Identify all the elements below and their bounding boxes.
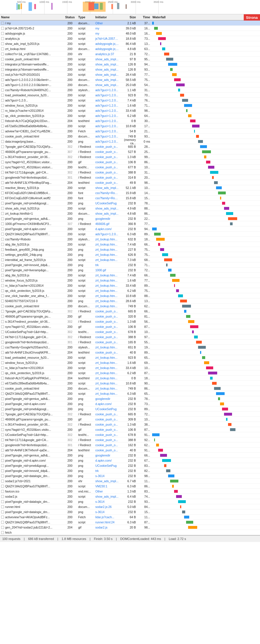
table-row[interactable]: rx_lidar.js?cache=r20110914200scriptzrt_… [0,365,260,370]
table-row[interactable]: l!ebcid=ALh7CaQlGgQHLf2Dxn...204text/htm… [0,118,260,123]
table-row[interactable]: pixel?google_nid=datalogix_dm...200pngs-… [0,509,260,515]
table-row[interactable]: trk?tid=11711&google_gid=CA...302/ Redir… [0,437,260,442]
table-row[interactable]: cookie_push_onload.html200docum...zrt_lo… [0,386,260,391]
table-row[interactable]: qs_click_protection_fy2019.js200scriptzr… [0,288,260,293]
table-row[interactable]: attr?d=AHNF13IxztO/rvoqNKPR...204text/ht… [0,350,260,355]
table-row[interactable]: KFOlCnqEu92Fr1MmEU9fBBc4...200fontcss?fa… [0,190,260,196]
table-row[interactable]: show_ads_impl_fy2019.js200scriptshow_ads… [0,206,260,211]
col-header-name[interactable]: Name [0,15,63,19]
table-row[interactable]: s-3614?redirect_provider_id=36...302/ Re… [0,319,260,324]
table-row[interactable]: pixel?google_nid=pmeb&googl...200pngUCoo… [0,463,260,468]
col-header-status[interactable]: Status [63,15,77,19]
table-row[interactable]: window_focus_fy2019.js200scriptzrt_looku… [0,278,260,283]
table-row[interactable]: UCookieSetPug?oid=1&d=http...302text/ht.… [0,329,260,334]
table-row[interactable]: settings_grey600_24dp.png200pngzrt_looku… [0,252,260,257]
table-row[interactable]: pixel?google_nid=innovid_ddp&...200pngtr… [0,262,260,268]
table-row[interactable]: interstitial_ad_frame_fy2019.js200script… [0,257,260,262]
table-row[interactable]: googleredir?rid=tknhntisqez&id...301/ Re… [0,340,260,345]
table-row[interactable]: rx_lidar.js?cache=r20110914200scriptads?… [0,108,260,113]
table-row[interactable]: pixel?google_nid=d.apkn.com/200scriptd.a… [0,226,260,232]
table-row[interactable]: pixel?google_nid=gemius_adh&...200pnggoo… [0,453,260,458]
table-row[interactable]: s-3614?redirect_provider_id=36...302/ Re… [0,154,260,159]
table-row[interactable]: qs_click_protection_fy2019.js200scriptzr… [0,370,260,376]
table-row[interactable]: one_click_handler_one_afma_f...200script… [0,293,260,298]
table-row[interactable]: rx_lidar.js?cache=r20110914200scriptzrt_… [0,283,260,288]
table-row[interactable]: pixel?google_nid=datalogix_dm...200pngs-… [0,499,260,504]
table-row[interactable]: ?google_gid=CAESEIjcTGUQbFp...302/ Redir… [0,144,260,149]
table-row[interactable]: pixel?google_nid=d.apkn.com/200pngd.apkn… [0,458,260,463]
table-row[interactable]: attr?d=AHNF13LYP8mMvpSFwg...204text/html… [0,180,260,185]
table-row[interactable]: sync?tagid=V2_45318&src.visitori...200te… [0,165,260,170]
table-row[interactable]: QbIZIYJtAd1QIBPau0JTfq98hfT...200scriptV… [0,484,260,489]
table-row[interactable]: pixel?google_nid=pmeb&googl...200pngUCoo… [0,406,260,412]
table-row[interactable]: UCookieSetPug?oid=1&d=http...302text/ht.… [0,432,260,437]
table-row[interactable]: load_preloaded_resource_fy20...200script… [0,355,260,360]
table-row[interactable]: QbIZIYJtAd1QIBPau0JTfq98hfT...200scripta… [0,232,260,237]
table-row[interactable]: load_preloaded_resource_fy20...200script… [0,93,260,98]
table-row[interactable]: pixel?google_nid=d.apkn.com/200pngd.apkn… [0,401,260,406]
table-row[interactable]: adsbygoogle.js200scriptmy48.0 kB16... [0,31,260,36]
table-row[interactable]: window_focus_fy2019.js200scriptzrt_looku… [0,360,260,365]
table-row[interactable]: cookie_push_onload.html200scriptshow_ads… [0,57,260,62]
table-row[interactable]: sync?tagid=V2_45318&src.visito...200gifc… [0,427,260,432]
table-row[interactable]: / my200docum...Other2.1 kB37... [0,21,260,26]
table-row[interactable]: runner.html200docum...sodar2.js:265.0 kB… [0,504,260,509]
table-row[interactable]: reactive_library_fy2019.js200scriptshow_… [0,185,260,190]
table-row[interactable]: pixel?google_nid=innovid_ddp&...200pngtr… [0,468,260,473]
col-header-initiator[interactable]: Initiator [94,15,120,19]
table-row[interactable]: pixel?google_nid=liveramp&go...200png100… [0,268,260,273]
table-row[interactable]: attr?d=AHNF13KTHfxmF-qaDe...204text/html… [0,448,260,453]
table-row[interactable]: zrt_lookup.htmlfsb=1200docum...show_ads_… [0,211,260,216]
table-row[interactable]: ?google_gid=CAESEIjcTGUQbFp...302/ Redir… [0,309,260,314]
table-row[interactable]: googleredir?rid=tknhntisqez&id...301/ Re… [0,442,260,448]
table-row[interactable]: fetch [0,530,260,535]
table-row[interactable]: s-3614?redirect_provider_id=36...302/ Re… [0,422,260,427]
table-row[interactable]: KFOmCnqEu92Fr1Mu4mxK.woff2200fontcss?fam… [0,196,260,201]
table-row[interactable]: ads?guci=1.2.0...200scriptads?guci=1.2.0… [0,98,260,103]
table-row[interactable]: trk?tid=11711&google_gid=CA...302/ Redir… [0,334,260,340]
table-row[interactable]: QbIZIYJtAd1QIBPau0JTfq98hfT...200scriptr… [0,520,260,525]
table-row[interactable]: window_focus_fy2019.js200scriptads?guci=… [0,103,260,108]
table-row[interactable]: analytics.js200scriptjs?id=UA-20572...18… [0,36,260,41]
table-row[interactable]: feedback_grey600_24dp.png200pngzrt_looku… [0,247,260,252]
col-header-time[interactable]: Time [137,15,151,19]
table-row[interactable]: l!ebcid=ALh7CaRpgKPmPPASvI...204text/htm… [0,376,260,381]
table-row[interactable]: pixel?google_nid=datalogix_dm...200pngs-… [0,473,260,478]
table-row[interactable]: data:image/png;base...200pngads?guci=1.2… [0,139,260,144]
table-row[interactable]: ads?guci=1.2.0.0.2.2.0.0&client=...200do… [0,77,260,82]
table-row[interactable]: sodar2.js?cb=2021200xhrshow_ads_impl...6… [0,478,260,484]
table-row[interactable]: show_ads_impl_fy2019.js200scriptadsbygoo… [0,41,260,46]
table-row[interactable]: trk?tid=11711&google_gid=CA...302/ Redir… [0,170,260,175]
table-row[interactable]: collect?v=1&_v=j87&a=1347680...200xhrana… [0,51,260,57]
table-row[interactable]: 466606.gif?cparams=google_pu...200gifcoo… [0,314,260,319]
table-row[interactable]: zrt_lookup.html200docum...adsbygoogle.js… [0,46,260,51]
table-row[interactable]: abg_lite_fy2019.js200scriptzrt_lookup.ht… [0,273,260,278]
table-row[interactable]: css?family=Roboto%3A400%2C...200stylesh.… [0,87,260,93]
table-row[interactable]: e672a65c289ed5a0d6b4b8b4a...200scriptads… [0,123,260,129]
table-row[interactable]: 466606.gif?cparams=google_pu...200gifcoo… [0,417,260,422]
table-row[interactable]: pixel?google_nid=gemius_adh&...200pnggoo… [0,396,260,401]
table-row[interactable]: gen_204?rid=sodar2.js&r221&t=2...204gifs… [0,525,260,530]
table-row[interactable]: 1000.gif?memo=CK69HBoNCP3...307/ Redirec… [0,221,260,226]
table-row[interactable]: googleredir?rid=tknhntisqez&id...301/ Re… [0,175,260,180]
table-row[interactable]: e672a65c289ed5a0d6b4b8b4a...200scriptzrt… [0,381,260,386]
col-header-size[interactable]: Size [120,15,137,19]
table-row[interactable]: favicon.ico200vnd.mic...Other1.3 kB83... [0,489,260,494]
table-row[interactable]: sync?tagid=V2_45318&src.visitor...200gif… [0,159,260,165]
table-row[interactable]: sodar2.js200scriptshow_ads_impl...6.4 kB… [0,494,260,499]
table-row[interactable]: integrator.js?domain=websniffe...200scri… [0,67,260,72]
table-row[interactable]: integrator.js?domain=websniffe...200scri… [0,62,260,67]
table-row[interactable]: qs_click_protection_fy2019.js200scriptad… [0,113,260,118]
table-row[interactable]: ?google_gid=CAESEIjcTGUQbFp...302/ Redir… [0,412,260,417]
table-row[interactable]: pixel?google_nid=gemius_adh&...200pnggoo… [0,216,260,221]
table-row[interactable]: js?id=UA-20572145-2200scriptmy39.0 kB16.… [0,26,260,31]
table-row[interactable]: ads?guci=1.2.0.0.2.2.0.0&client=...200do… [0,82,260,87]
table-row[interactable]: css?family=Google%20Sans%3...200stylesh.… [0,345,260,350]
table-row[interactable]: QbIZIYJtAd1QIBPau0JTfq98hfT...200scriptz… [0,391,260,396]
table-row[interactable]: osd.js?cb=%2Fr20100101200scriptshow_ads_… [0,72,260,77]
table-row[interactable]: sync?tagid=V2_45318&src.visito...200gifc… [0,324,260,329]
table-row[interactable]: adview?ai=CIEB1_GoCYLy4BZW...200Fetchads… [0,129,260,134]
table-row[interactable]: css?family=Roboto200stylesh...zrt_lookup… [0,237,260,242]
table-row[interactable]: 504837677597247216 0200pngzrt_lookup.htm… [0,298,260,304]
table-row[interactable]: pixel?google_nid=pmeb&googl...200pngUCoo… [0,201,260,206]
